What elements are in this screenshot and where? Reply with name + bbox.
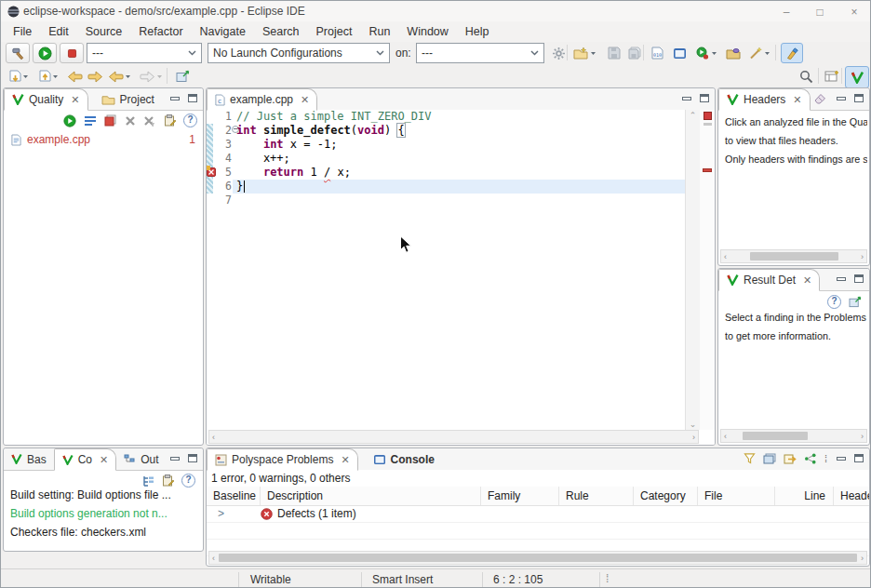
toggle-highlight-icon[interactable] [781,43,803,63]
menu-source[interactable]: Source [77,23,131,40]
col-family[interactable]: Family [481,487,559,505]
close-icon[interactable]: ✕ [793,94,801,106]
menu-refactor[interactable]: Refactor [130,23,191,40]
menu-file[interactable]: File [5,23,40,40]
next-edit-dropdown-icon[interactable] [50,67,60,86]
tab-polyspace-problems[interactable]: Polyspace Problems ✕ [207,448,358,471]
tab-result-details[interactable]: Result Det ✕ [718,269,820,291]
code-editor[interactable]: 1 2 3 4 5 6 7 // Just a simple INT_ZERO_… [207,110,715,445]
load-results-icon[interactable] [104,114,117,127]
col-rule[interactable]: Rule [559,487,634,505]
maximize-view-icon[interactable] [854,274,864,283]
menu-help[interactable]: Help [457,23,498,40]
maximize-view-icon[interactable] [188,454,197,462]
stop-button[interactable] [60,43,84,63]
maximize-view-icon[interactable] [854,454,864,462]
maximize-view-icon[interactable] [700,94,709,102]
maximize-view-icon[interactable] [854,94,864,102]
filter-icon[interactable] [744,453,756,464]
help-icon[interactable]: ? [827,295,841,309]
forward-history-dropdown-icon[interactable] [154,67,164,86]
polyspace-perspective-icon[interactable] [845,66,869,88]
new-wizard-dropdown-icon[interactable] [588,44,597,62]
delete-all-icon[interactable] [143,115,156,127]
minimize-view-icon[interactable] [837,277,846,281]
tab-project[interactable]: Project [94,88,162,110]
forward-annotation-icon[interactable] [85,67,105,86]
minimize-view-icon[interactable] [170,97,180,100]
editor-hscrollbar[interactable]: ‹› [208,430,699,444]
caret-position-status[interactable]: 6 : 2 : 105 [493,573,543,586]
overview-ruler[interactable] [700,110,715,430]
overview-error-icon[interactable] [704,112,712,120]
launch-settings-gear-icon[interactable] [548,44,569,62]
run-analysis-icon[interactable] [63,114,76,127]
help-icon[interactable]: ? [181,474,195,488]
col-file[interactable]: File [698,487,775,505]
group-columns-icon[interactable] [763,453,776,464]
tab-co[interactable]: Co ✕ [54,448,117,471]
minimize-view-icon[interactable] [837,97,846,100]
last-edit-dropdown-icon[interactable] [20,67,30,86]
minimize-button[interactable]: – [773,4,799,20]
minimize-view-icon[interactable] [170,457,180,461]
close-icon[interactable]: ✕ [71,94,79,106]
menu-edit[interactable]: Edit [40,23,77,40]
close-button[interactable]: × [841,4,867,20]
run-last-dropdown-icon[interactable] [709,44,718,62]
build-button[interactable] [6,43,30,63]
tab-bas[interactable]: Bas [4,448,54,470]
tab-out[interactable]: Out [116,448,166,470]
close-icon[interactable]: ✕ [301,94,309,106]
save-all-icon[interactable] [624,44,645,62]
console-icon[interactable] [669,44,690,62]
delete-icon[interactable] [125,115,136,127]
headers-hscrollbar[interactable]: ‹› [720,249,867,263]
configure-checkers-icon[interactable] [164,114,176,127]
table-row[interactable] [207,522,869,540]
menu-navigate[interactable]: Navigate [192,23,254,40]
back-annotation-icon[interactable] [64,67,85,86]
tab-headers[interactable]: Headers ✕ [718,88,811,111]
search-icon[interactable] [796,67,816,86]
menu-window[interactable]: Window [398,23,456,40]
tab-quality[interactable]: Quality ✕ [4,88,88,111]
overview-defect-marker[interactable] [703,168,712,172]
menu-project[interactable]: Project [308,23,361,40]
run-button[interactable] [33,43,57,63]
configure-icon[interactable] [162,474,174,487]
maximize-button[interactable]: □ [807,4,833,20]
open-in-window-icon[interactable] [849,296,862,308]
options-list-icon[interactable] [84,115,97,127]
close-icon[interactable]: ✕ [803,274,811,287]
launch-configuration-combo[interactable]: No Launch Configurations [208,43,390,63]
open-task-icon[interactable] [723,44,744,62]
eraser-icon[interactable] [813,93,826,104]
close-icon[interactable]: ✕ [341,454,349,466]
editor-vscrollbar[interactable]: ⌃ ⌄ [685,110,700,430]
view-menu-icon[interactable]: ⁞ [824,453,828,464]
hierarchy-icon[interactable] [804,453,817,464]
export-icon[interactable] [784,453,797,464]
col-category[interactable]: Category [634,487,698,505]
pin-editor-icon[interactable] [172,67,193,86]
close-icon[interactable]: ✕ [100,454,108,466]
col-description[interactable]: Description [261,487,481,505]
build-binary-icon[interactable]: 010 [647,44,667,62]
launch-history-combo[interactable]: --- [87,43,202,63]
help-icon[interactable]: ? [183,114,197,127]
table-row[interactable]: > Defects (1 item) [207,505,869,523]
problems-hscrollbar[interactable]: ‹› [208,551,867,565]
result-hscrollbar[interactable]: ‹› [720,429,867,443]
back-history-dropdown-icon[interactable] [123,67,132,86]
defect-marker-icon[interactable] [207,167,216,177]
open-perspective-icon[interactable] [822,67,842,86]
launch-target-combo[interactable]: --- [416,43,544,63]
col-line[interactable]: Line [775,487,834,505]
tree-list-icon[interactable] [142,475,154,487]
col-baseline[interactable]: Baseline [207,487,261,505]
maximize-view-icon[interactable] [188,94,197,102]
annotate-dropdown-icon[interactable] [762,44,771,62]
quality-file-row[interactable]: example.cpp 1 [4,131,203,148]
minimize-view-icon[interactable] [682,97,691,100]
